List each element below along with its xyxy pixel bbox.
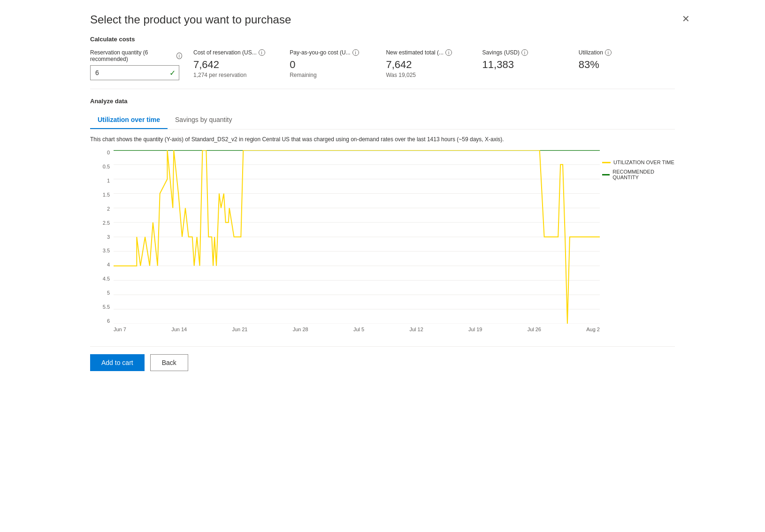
tab-utilization-over-time[interactable]: Utilization over time <box>90 111 168 129</box>
x-label-jul5: Jul 5 <box>353 327 364 332</box>
chart-description: This chart shows the quantity (Y-axis) o… <box>90 135 675 144</box>
tab-savings-by-quantity[interactable]: Savings by quantity <box>168 111 239 129</box>
chart-drawing-area <box>114 150 600 324</box>
legend-recommended: RECOMMENDED QUANTITY <box>602 169 675 180</box>
utilization-info-icon[interactable]: i <box>605 49 612 56</box>
analyze-data-title: Analyze data <box>90 98 675 105</box>
utilization-value: 83% <box>579 59 664 71</box>
y-axis: 6 5.5 5 4.5 4 3.5 3 2.5 2 1.5 1 0.5 0 <box>90 150 114 324</box>
legend-utilization-color <box>602 162 611 163</box>
legend-utilization: UTILIZATION OVER TIME <box>602 160 675 165</box>
pay-as-you-go-value: 0 <box>290 59 375 71</box>
utilization-item: Utilization i 83% <box>579 49 675 71</box>
reservation-quantity-item: Reservation quantity (6 recommended) i ✓ <box>90 49 193 80</box>
pay-as-you-go-item: Pay-as-you-go cost (U... i 0 Remaining <box>290 49 386 78</box>
utilization-label: Utilization i <box>579 49 664 56</box>
chart-container: 6 5.5 5 4.5 4 3.5 3 2.5 2 1.5 1 0.5 0 <box>90 150 675 338</box>
savings-label: Savings (USD) i <box>482 49 567 56</box>
quantity-check-icon: ✓ <box>169 68 176 77</box>
x-label-aug2: Aug 2 <box>586 327 600 332</box>
quantity-input[interactable] <box>90 65 179 80</box>
reservation-quantity-label: Reservation quantity (6 recommended) i <box>90 49 182 62</box>
y-label-1-5: 1.5 <box>90 192 114 198</box>
x-axis: Jun 7 Jun 14 Jun 21 Jun 28 Jul 5 Jul 12 … <box>114 324 600 338</box>
chart-legend: UTILIZATION OVER TIME RECOMMENDED QUANTI… <box>602 160 675 184</box>
x-label-jun21: Jun 21 <box>232 327 247 332</box>
x-label-jul26: Jul 26 <box>528 327 541 332</box>
cost-of-reservation-value: 7,642 <box>193 59 278 71</box>
cost-of-reservation-label: Cost of reservation (US... i <box>193 49 278 56</box>
close-button[interactable]: ✕ <box>682 13 690 24</box>
legend-recommended-color <box>602 174 610 175</box>
y-label-1: 1 <box>90 178 114 183</box>
new-estimated-total-info-icon[interactable]: i <box>445 49 452 56</box>
x-label-jul19: Jul 19 <box>468 327 482 332</box>
savings-item: Savings (USD) i 11,383 <box>482 49 579 71</box>
y-label-3: 3 <box>90 235 114 240</box>
calculate-costs-section: Calculate costs Reservation quantity (6 … <box>90 36 675 80</box>
legend-recommended-label: RECOMMENDED QUANTITY <box>612 169 675 180</box>
chart-svg <box>114 150 600 324</box>
y-label-4-5: 4.5 <box>90 276 114 281</box>
new-estimated-total-value: 7,642 <box>386 59 471 71</box>
add-to-cart-button[interactable]: Add to cart <box>90 354 145 371</box>
x-label-jun14: Jun 14 <box>171 327 187 332</box>
y-label-4: 4 <box>90 262 114 267</box>
x-label-jun7: Jun 7 <box>114 327 126 332</box>
y-label-2-5: 2.5 <box>90 220 114 226</box>
x-label-jul12: Jul 12 <box>409 327 423 332</box>
pay-as-you-go-sub: Remaining <box>290 72 375 78</box>
savings-info-icon[interactable]: i <box>521 49 528 56</box>
dialog-title: Select the product you want to purchase <box>90 13 675 26</box>
x-label-jun28: Jun 28 <box>293 327 308 332</box>
y-label-6: 6 <box>90 319 114 324</box>
reservation-quantity-info-icon[interactable]: i <box>176 53 182 59</box>
metrics-row: Reservation quantity (6 recommended) i ✓… <box>90 49 675 80</box>
y-label-5: 5 <box>90 290 114 296</box>
calculate-costs-title: Calculate costs <box>90 36 675 43</box>
tabs-row: Utilization over time Savings by quantit… <box>90 111 675 129</box>
new-estimated-total-label: New estimated total (... i <box>386 49 471 56</box>
y-label-0: 0 <box>90 150 114 155</box>
y-label-2: 2 <box>90 206 114 212</box>
pay-as-you-go-info-icon[interactable]: i <box>352 49 359 56</box>
quantity-input-wrapper: ✓ <box>90 65 179 80</box>
analyze-data-section: Analyze data Utilization over time Savin… <box>90 98 675 338</box>
back-button[interactable]: Back <box>150 354 188 371</box>
cost-of-reservation-item: Cost of reservation (US... i 7,642 1,274… <box>193 49 290 78</box>
cost-of-reservation-info-icon[interactable]: i <box>259 49 265 56</box>
section-divider <box>90 89 675 89</box>
legend-utilization-label: UTILIZATION OVER TIME <box>613 160 674 165</box>
y-label-3-5: 3.5 <box>90 248 114 253</box>
new-estimated-total-item: New estimated total (... i 7,642 Was 19,… <box>386 49 482 78</box>
savings-value: 11,383 <box>482 59 567 71</box>
y-label-5-5: 5.5 <box>90 304 114 310</box>
cost-of-reservation-sub: 1,274 per reservation <box>193 72 278 78</box>
pay-as-you-go-label: Pay-as-you-go cost (U... i <box>290 49 375 56</box>
y-label-0-5: 0.5 <box>90 164 114 169</box>
footer-row: Add to cart Back <box>90 346 675 371</box>
new-estimated-total-sub: Was 19,025 <box>386 72 471 78</box>
